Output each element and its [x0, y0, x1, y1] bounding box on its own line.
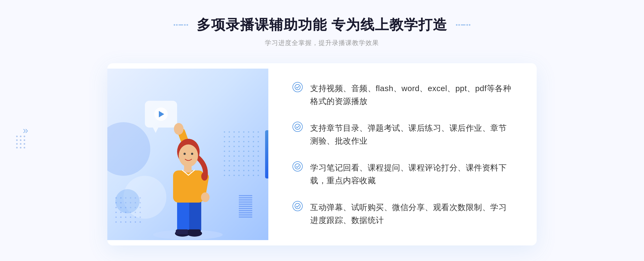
svg-point-21 — [295, 203, 300, 209]
feature-item-3: 学习笔记回看、课程提问、课程评论打分、课件资料下载，重点内容收藏 — [292, 161, 513, 187]
left-chevron-decoration: » — [23, 125, 28, 136]
svg-point-17 — [191, 153, 193, 155]
stripe-decoration — [239, 195, 252, 219]
feature-text-4: 互动弹幕、试听购买、微信分享、观看次数限制、学习进度跟踪、数据统计 — [310, 201, 513, 227]
illustration-panel — [107, 69, 268, 240]
svg-point-19 — [295, 124, 300, 129]
svg-point-9 — [174, 123, 184, 135]
main-title-container: 多项录播课辅助功能 专为线上教学打造 — [170, 16, 474, 34]
check-icon-3 — [292, 161, 303, 171]
blue-side-tab — [265, 130, 268, 178]
svg-rect-5 — [176, 229, 189, 234]
page-container: » 多项录播课辅助功能 专为线上教学打造 学习进度全掌握，提升录播课教学效果 — [0, 0, 644, 261]
svg-rect-15 — [184, 165, 192, 173]
main-content-area: 支持视频、音频、flash、word、excel、ppt、pdf等各种格式的资源… — [107, 63, 537, 245]
svg-point-14 — [179, 144, 198, 167]
feature-text-3: 学习笔记回看、课程提问、课程评论打分、课件资料下载，重点内容收藏 — [310, 161, 513, 187]
svg-point-20 — [295, 164, 300, 169]
feature-item-2: 支持章节目录、弹题考试、课后练习、课后作业、章节测验、批改作业 — [292, 122, 513, 147]
feature-item-4: 互动弹幕、试听购买、微信分享、观看次数限制、学习进度跟踪、数据统计 — [292, 201, 513, 227]
circle-small-decoration — [115, 189, 140, 213]
check-icon-1 — [292, 82, 303, 92]
svg-point-13 — [201, 172, 208, 181]
feature-text-1: 支持视频、音频、flash、word、excel、ppt、pdf等各种格式的资源… — [310, 82, 513, 108]
outer-dots-decoration — [16, 136, 25, 148]
page-subtitle: 学习进度全掌握，提升录播课教学效果 — [170, 39, 474, 47]
feature-text-2: 支持章节目录、弹题考试、课后练习、课后作业、章节测验、批改作业 — [310, 122, 513, 147]
title-right-decoration — [456, 24, 470, 26]
header-section: 多项录播课辅助功能 专为线上教学打造 学习进度全掌握，提升录播课教学效果 — [170, 16, 474, 47]
person-illustration — [142, 111, 233, 240]
features-panel: 支持视频、音频、flash、word、excel、ppt、pdf等各种格式的资源… — [268, 63, 537, 245]
check-icon-4 — [292, 201, 303, 211]
svg-rect-6 — [188, 229, 201, 234]
svg-point-18 — [295, 84, 300, 90]
page-title: 多项录播课辅助功能 专为线上教学打造 — [197, 16, 447, 34]
feature-item-1: 支持视频、音频、flash、word、excel、ppt、pdf等各种格式的资源… — [292, 82, 513, 108]
title-left-decoration — [174, 24, 188, 26]
svg-point-16 — [184, 153, 186, 155]
check-icon-2 — [292, 122, 303, 132]
svg-point-11 — [201, 192, 210, 202]
